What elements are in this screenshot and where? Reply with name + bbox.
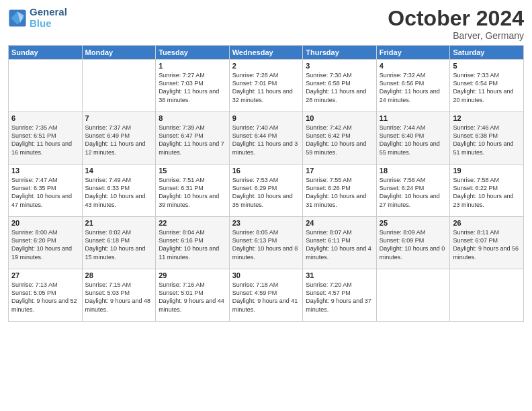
- day-number: 23: [232, 219, 300, 227]
- day-number: 31: [306, 271, 373, 279]
- day-info: Sunrise: 7:30 AM Sunset: 6:58 PM Dayligh…: [306, 71, 373, 104]
- day-number: 14: [85, 167, 153, 175]
- day-number: 17: [306, 167, 373, 175]
- page-header: General Blue October 2024 Barver, German…: [8, 7, 524, 41]
- day-number: 30: [232, 271, 300, 279]
- title-block: October 2024 Barver, Germany: [388, 7, 524, 41]
- day-info: Sunrise: 7:32 AM Sunset: 6:56 PM Dayligh…: [380, 71, 447, 104]
- day-cell: 3Sunrise: 7:30 AM Sunset: 6:58 PM Daylig…: [303, 60, 377, 112]
- day-info: Sunrise: 7:40 AM Sunset: 6:44 PM Dayligh…: [232, 124, 300, 156]
- day-cell: 17Sunrise: 7:55 AM Sunset: 6:26 PM Dayli…: [303, 165, 377, 217]
- day-cell: 14Sunrise: 7:49 AM Sunset: 6:33 PM Dayli…: [82, 165, 156, 217]
- day-cell: 20Sunrise: 8:00 AM Sunset: 6:20 PM Dayli…: [9, 217, 83, 269]
- day-number: 13: [11, 167, 79, 175]
- logo: General Blue: [8, 7, 67, 29]
- day-info: Sunrise: 8:09 AM Sunset: 6:09 PM Dayligh…: [380, 228, 447, 261]
- day-cell: 25Sunrise: 8:09 AM Sunset: 6:09 PM Dayli…: [376, 217, 450, 269]
- location: Barver, Germany: [388, 30, 524, 41]
- day-info: Sunrise: 7:33 AM Sunset: 6:54 PM Dayligh…: [453, 71, 521, 104]
- day-cell: 13Sunrise: 7:47 AM Sunset: 6:35 PM Dayli…: [9, 165, 83, 217]
- day-info: Sunrise: 7:16 AM Sunset: 5:01 PM Dayligh…: [159, 281, 226, 314]
- day-cell: 5Sunrise: 7:33 AM Sunset: 6:54 PM Daylig…: [450, 60, 524, 112]
- day-number: 15: [159, 167, 226, 175]
- day-number: 3: [306, 62, 373, 70]
- day-info: Sunrise: 8:00 AM Sunset: 6:20 PM Dayligh…: [11, 228, 79, 261]
- day-cell: 29Sunrise: 7:16 AM Sunset: 5:01 PM Dayli…: [156, 269, 230, 322]
- day-cell: [376, 269, 450, 322]
- day-cell: 22Sunrise: 8:04 AM Sunset: 6:16 PM Dayli…: [156, 217, 230, 269]
- day-info: Sunrise: 7:13 AM Sunset: 5:05 PM Dayligh…: [11, 281, 79, 314]
- day-number: 19: [453, 167, 521, 175]
- day-number: 28: [85, 271, 153, 279]
- day-info: Sunrise: 8:11 AM Sunset: 6:07 PM Dayligh…: [453, 228, 521, 261]
- day-number: 9: [232, 114, 300, 122]
- day-cell: 6Sunrise: 7:35 AM Sunset: 6:51 PM Daylig…: [9, 112, 83, 165]
- day-info: Sunrise: 7:18 AM Sunset: 4:59 PM Dayligh…: [232, 281, 300, 314]
- day-number: 10: [306, 114, 373, 122]
- day-number: 2: [232, 62, 300, 70]
- week-row-5: 27Sunrise: 7:13 AM Sunset: 5:05 PM Dayli…: [9, 269, 524, 322]
- day-number: 20: [11, 219, 79, 227]
- logo-text: General Blue: [30, 7, 67, 29]
- day-number: 5: [453, 62, 521, 70]
- day-cell: 16Sunrise: 7:53 AM Sunset: 6:29 PM Dayli…: [229, 165, 303, 217]
- day-info: Sunrise: 7:28 AM Sunset: 7:01 PM Dayligh…: [232, 71, 300, 104]
- day-info: Sunrise: 7:20 AM Sunset: 4:57 PM Dayligh…: [306, 281, 373, 314]
- day-cell: 27Sunrise: 7:13 AM Sunset: 5:05 PM Dayli…: [9, 269, 83, 322]
- col-sunday: Sunday: [9, 46, 83, 60]
- day-cell: [450, 269, 524, 322]
- day-info: Sunrise: 7:27 AM Sunset: 7:03 PM Dayligh…: [159, 71, 226, 104]
- day-cell: 7Sunrise: 7:37 AM Sunset: 6:49 PM Daylig…: [82, 112, 156, 165]
- day-info: Sunrise: 7:44 AM Sunset: 6:40 PM Dayligh…: [380, 124, 447, 156]
- calendar-page: General Blue October 2024 Barver, German…: [0, 0, 532, 411]
- day-info: Sunrise: 7:56 AM Sunset: 6:24 PM Dayligh…: [380, 176, 447, 209]
- day-number: 7: [85, 114, 153, 122]
- col-thursday: Thursday: [303, 46, 377, 60]
- day-info: Sunrise: 8:07 AM Sunset: 6:11 PM Dayligh…: [306, 228, 373, 261]
- day-info: Sunrise: 7:42 AM Sunset: 6:42 PM Dayligh…: [306, 124, 373, 156]
- day-cell: 24Sunrise: 8:07 AM Sunset: 6:11 PM Dayli…: [303, 217, 377, 269]
- day-cell: 31Sunrise: 7:20 AM Sunset: 4:57 PM Dayli…: [303, 269, 377, 322]
- day-cell: 15Sunrise: 7:51 AM Sunset: 6:31 PM Dayli…: [156, 165, 230, 217]
- day-info: Sunrise: 7:46 AM Sunset: 6:38 PM Dayligh…: [453, 124, 521, 156]
- day-number: 24: [306, 219, 373, 227]
- day-info: Sunrise: 7:53 AM Sunset: 6:29 PM Dayligh…: [232, 176, 300, 209]
- day-cell: 2Sunrise: 7:28 AM Sunset: 7:01 PM Daylig…: [229, 60, 303, 112]
- day-number: 1: [159, 62, 226, 70]
- day-info: Sunrise: 7:55 AM Sunset: 6:26 PM Dayligh…: [306, 176, 373, 209]
- day-cell: 26Sunrise: 8:11 AM Sunset: 6:07 PM Dayli…: [450, 217, 524, 269]
- day-info: Sunrise: 7:47 AM Sunset: 6:35 PM Dayligh…: [11, 176, 79, 209]
- day-info: Sunrise: 7:51 AM Sunset: 6:31 PM Dayligh…: [159, 176, 226, 209]
- day-number: 29: [159, 271, 226, 279]
- day-number: 27: [11, 271, 79, 279]
- day-info: Sunrise: 8:02 AM Sunset: 6:18 PM Dayligh…: [85, 228, 153, 261]
- day-info: Sunrise: 7:39 AM Sunset: 6:47 PM Dayligh…: [159, 124, 226, 156]
- week-row-2: 6Sunrise: 7:35 AM Sunset: 6:51 PM Daylig…: [9, 112, 524, 165]
- week-row-1: 1Sunrise: 7:27 AM Sunset: 7:03 PM Daylig…: [9, 60, 524, 112]
- day-info: Sunrise: 7:15 AM Sunset: 5:03 PM Dayligh…: [85, 281, 153, 314]
- day-cell: 28Sunrise: 7:15 AM Sunset: 5:03 PM Dayli…: [82, 269, 156, 322]
- day-number: 26: [453, 219, 521, 227]
- day-cell: 21Sunrise: 8:02 AM Sunset: 6:18 PM Dayli…: [82, 217, 156, 269]
- day-info: Sunrise: 8:05 AM Sunset: 6:13 PM Dayligh…: [232, 228, 300, 261]
- day-cell: 11Sunrise: 7:44 AM Sunset: 6:40 PM Dayli…: [376, 112, 450, 165]
- col-monday: Monday: [82, 46, 156, 60]
- col-tuesday: Tuesday: [156, 46, 230, 60]
- header-row: Sunday Monday Tuesday Wednesday Thursday…: [9, 46, 524, 60]
- logo-icon: [8, 9, 27, 28]
- day-cell: 4Sunrise: 7:32 AM Sunset: 6:56 PM Daylig…: [376, 60, 450, 112]
- month-title: October 2024: [388, 7, 524, 30]
- day-cell: 1Sunrise: 7:27 AM Sunset: 7:03 PM Daylig…: [156, 60, 230, 112]
- day-number: 8: [159, 114, 226, 122]
- day-cell: 12Sunrise: 7:46 AM Sunset: 6:38 PM Dayli…: [450, 112, 524, 165]
- day-cell: [9, 60, 83, 112]
- day-number: 6: [11, 114, 79, 122]
- week-row-3: 13Sunrise: 7:47 AM Sunset: 6:35 PM Dayli…: [9, 165, 524, 217]
- day-number: 16: [232, 167, 300, 175]
- day-cell: 10Sunrise: 7:42 AM Sunset: 6:42 PM Dayli…: [303, 112, 377, 165]
- day-number: 22: [159, 219, 226, 227]
- col-wednesday: Wednesday: [229, 46, 303, 60]
- day-cell: [82, 60, 156, 112]
- day-info: Sunrise: 7:35 AM Sunset: 6:51 PM Dayligh…: [11, 124, 79, 156]
- day-info: Sunrise: 7:37 AM Sunset: 6:49 PM Dayligh…: [85, 124, 153, 156]
